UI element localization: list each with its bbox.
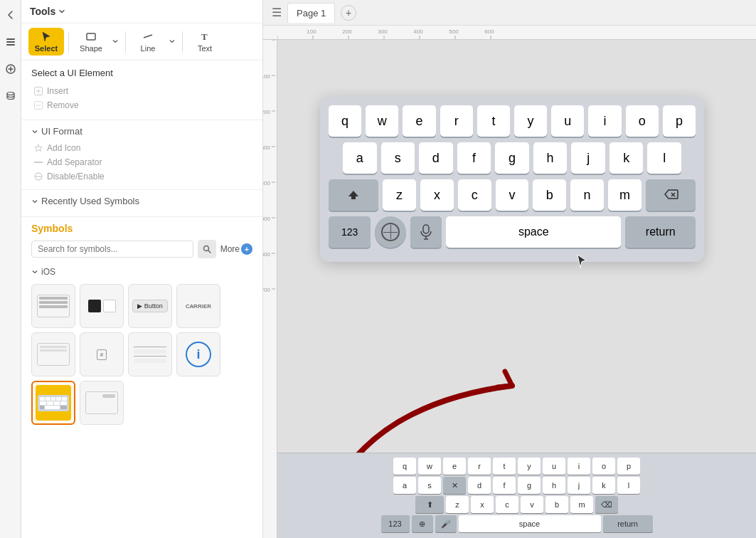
mini-p[interactable]: p — [617, 458, 640, 475]
key-r[interactable]: r — [440, 105, 473, 137]
key-123[interactable]: 123 — [329, 216, 371, 248]
ios-header[interactable]: iOS — [31, 264, 252, 280]
mini-b[interactable]: b — [545, 496, 568, 513]
symbols-search-input[interactable] — [31, 241, 193, 258]
recently-used-header[interactable]: Recently Used Symbols — [31, 196, 252, 206]
key-d[interactable]: d — [419, 142, 453, 174]
key-k[interactable]: k — [609, 142, 644, 174]
symbol-item-1[interactable] — [31, 284, 75, 328]
back-icon[interactable] — [3, 7, 18, 23]
symbol-item-10[interactable] — [80, 381, 124, 425]
text-tool-button[interactable]: T Text — [187, 28, 223, 56]
mini-m[interactable]: m — [570, 496, 593, 513]
format-section-header[interactable]: UI Format — [31, 126, 252, 137]
shape-dropdown-button[interactable] — [110, 36, 121, 48]
remove-action[interactable]: Remove — [31, 98, 252, 112]
key-return[interactable]: return — [625, 216, 696, 248]
mini-f[interactable]: f — [493, 477, 516, 494]
key-p[interactable]: p — [663, 105, 696, 137]
mini-d[interactable]: d — [468, 477, 491, 494]
mini-123[interactable]: 123 — [381, 515, 410, 532]
key-globe[interactable] — [375, 216, 406, 248]
insert-action[interactable]: Insert — [31, 84, 252, 98]
mini-l[interactable]: l — [617, 477, 640, 494]
shape-tool-button[interactable]: Shape — [73, 28, 109, 56]
key-m[interactable]: m — [608, 179, 641, 211]
mini-h[interactable]: h — [543, 477, 565, 494]
mini-j[interactable]: j — [568, 477, 590, 494]
mini-y[interactable]: y — [518, 458, 541, 475]
symbol-item-7[interactable] — [128, 332, 172, 376]
key-o[interactable]: o — [626, 105, 659, 137]
layers-icon[interactable] — [3, 34, 18, 50]
more-button[interactable]: More + — [220, 243, 252, 255]
mini-t[interactable]: t — [493, 458, 516, 475]
mini-o[interactable]: o — [592, 458, 615, 475]
key-n[interactable]: n — [570, 179, 604, 211]
select-tool-button[interactable]: Select — [28, 28, 64, 56]
mini-a[interactable]: a — [393, 477, 416, 494]
key-l[interactable]: l — [647, 142, 681, 174]
symbol-item-4[interactable]: CARRIER — [176, 284, 220, 328]
mini-close-x[interactable]: ✕ — [443, 477, 466, 494]
mini-space[interactable]: space — [459, 515, 601, 532]
mini-q[interactable]: q — [393, 458, 416, 475]
symbol-item-6[interactable]: # — [80, 332, 124, 376]
key-i[interactable]: i — [588, 105, 621, 137]
key-u[interactable]: u — [551, 105, 584, 137]
mini-i[interactable]: i — [568, 458, 590, 475]
key-e[interactable]: e — [403, 105, 435, 137]
key-t[interactable]: t — [477, 105, 510, 137]
menu-icon[interactable]: ☰ — [272, 6, 282, 19]
mini-g[interactable]: g — [518, 477, 541, 494]
symbol-item-3[interactable]: ▶ Button — [128, 284, 172, 328]
key-mic[interactable] — [410, 216, 442, 248]
key-f[interactable]: f — [457, 142, 491, 174]
mini-mic[interactable]: 🎤 — [435, 515, 457, 532]
key-v[interactable]: v — [496, 179, 529, 211]
symbol-item-5[interactable] — [31, 332, 75, 376]
mini-globe[interactable]: ⊕ — [412, 515, 433, 532]
add-page-icon[interactable] — [3, 61, 18, 77]
add-icon-action[interactable]: Add Icon — [31, 141, 252, 155]
database-icon[interactable] — [3, 88, 18, 104]
key-g[interactable]: g — [495, 142, 529, 174]
add-separator-action[interactable]: Add Separator — [31, 155, 252, 169]
mini-delete[interactable]: ⌫ — [595, 496, 618, 513]
mini-v[interactable]: v — [521, 496, 543, 513]
canvas-content[interactable]: q w e r t y u i o p a s — [277, 40, 756, 538]
mini-w[interactable]: w — [418, 458, 441, 475]
mini-c[interactable]: c — [496, 496, 518, 513]
key-y[interactable]: y — [514, 105, 547, 137]
mini-shift[interactable]: ⬆ — [415, 496, 444, 513]
line-tool-button[interactable]: Line — [130, 28, 166, 56]
key-a[interactable]: a — [343, 142, 377, 174]
key-w[interactable]: w — [366, 105, 398, 137]
line-dropdown-button[interactable] — [166, 36, 178, 48]
mini-e[interactable]: e — [443, 458, 466, 475]
key-shift[interactable] — [329, 179, 378, 211]
key-q[interactable]: q — [329, 105, 361, 137]
key-h[interactable]: h — [533, 142, 568, 174]
key-b[interactable]: b — [533, 179, 566, 211]
mini-k[interactable]: k — [592, 477, 615, 494]
mini-s[interactable]: s — [418, 477, 441, 494]
key-c[interactable]: c — [458, 179, 491, 211]
mini-u[interactable]: u — [543, 458, 565, 475]
tools-header[interactable]: Tools — [21, 0, 262, 23]
symbol-item-2[interactable] — [80, 284, 124, 328]
symbol-item-keyboard[interactable] — [31, 381, 75, 425]
key-space[interactable]: space — [446, 216, 621, 248]
mini-r[interactable]: r — [468, 458, 491, 475]
disable-enable-action[interactable]: Disable/Enable — [31, 169, 252, 184]
mini-x[interactable]: x — [471, 496, 494, 513]
key-delete[interactable] — [646, 179, 696, 211]
add-tab-button[interactable]: + — [341, 5, 356, 21]
mini-return[interactable]: return — [603, 515, 653, 532]
page-1-tab[interactable]: Page 1 — [287, 3, 335, 23]
mini-z[interactable]: z — [446, 496, 469, 513]
symbol-item-8[interactable]: i — [176, 332, 220, 376]
key-s[interactable]: s — [381, 142, 415, 174]
key-z[interactable]: z — [383, 179, 416, 211]
symbols-search-button[interactable] — [198, 240, 216, 258]
